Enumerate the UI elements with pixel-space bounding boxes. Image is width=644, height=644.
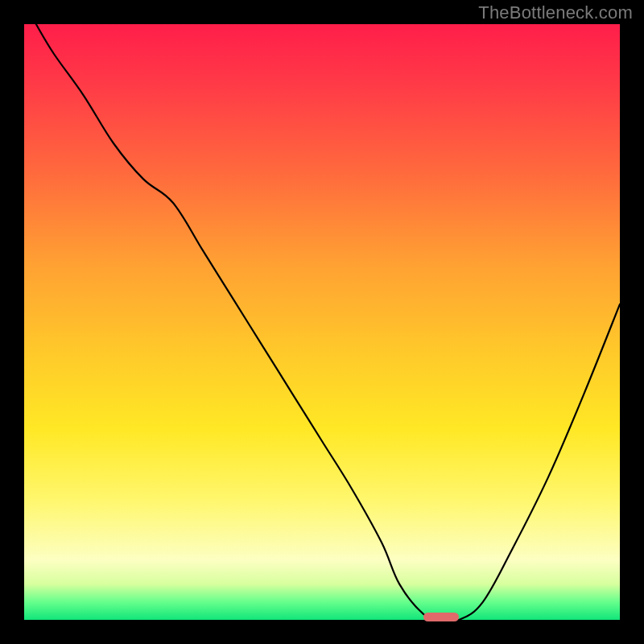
bottleneck-curve — [36, 24, 620, 621]
plot-area — [24, 24, 620, 620]
minimum-marker — [423, 613, 459, 621]
chart-frame: TheBottleneck.com — [0, 0, 644, 644]
curve-svg — [24, 24, 620, 620]
watermark-text: TheBottleneck.com — [478, 2, 633, 23]
